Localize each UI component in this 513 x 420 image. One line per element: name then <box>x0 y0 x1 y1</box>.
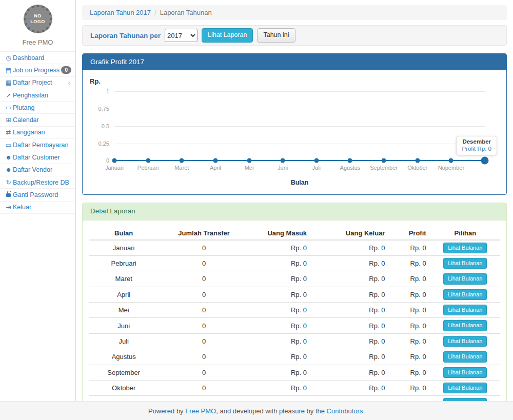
chart-point[interactable] <box>415 158 420 163</box>
cell-jumlah-transfer: 0 <box>159 255 249 271</box>
detail-laporan-panel: Detail Laporan Bulan Jumlah Transfer Uan… <box>82 203 507 401</box>
col-header-uang-keluar: Uang Keluar <box>311 227 389 240</box>
cell-pilihan: Lihat Bulanan <box>430 333 500 349</box>
chart-point[interactable] <box>247 158 251 163</box>
y-tick-label: 0 <box>106 157 109 164</box>
app-logo: NO LOGO <box>24 5 52 33</box>
col-header-jumlah-transfer: Jumlah Transfer <box>159 227 249 240</box>
sidebar-item-daftar-vendor[interactable]: ☻ Daftar Vendor <box>0 164 75 176</box>
lihat-bulanan-button[interactable]: Lihat Bulanan <box>443 367 487 378</box>
logo-text-line1: NO <box>34 13 42 19</box>
lock-icon <box>4 191 13 198</box>
cell-pilihan: Lihat Bulanan <box>430 240 500 256</box>
cell-uang-masuk: Rp. 0 <box>249 240 311 256</box>
table-row: Juli0Rp. 0Rp. 0Rp. 0Lihat Bulanan <box>89 333 500 349</box>
users-icon: ☻ <box>4 154 13 161</box>
gridline: 1 <box>114 91 485 92</box>
breadcrumb-link-laporan-tahun[interactable]: Laporan Tahun 2017 <box>90 9 151 16</box>
cell-pilihan: Lihat Bulanan <box>430 349 500 365</box>
cell-jumlah-transfer: 0 <box>159 303 249 318</box>
chart-point[interactable] <box>314 158 319 163</box>
y-tick-label: 0.5 <box>102 123 109 129</box>
sidebar-item-piutang[interactable]: ▭ Piutang <box>0 102 75 114</box>
sidebar-item-ganti-password[interactable]: Ganti Password <box>0 189 75 201</box>
lihat-bulanan-button[interactable]: Lihat Bulanan <box>443 320 487 331</box>
lihat-bulanan-button[interactable]: Lihat Bulanan <box>443 243 487 253</box>
detail-panel-title: Detail Laporan <box>83 203 506 220</box>
lihat-bulanan-button[interactable]: Lihat Bulanan <box>443 273 487 284</box>
lihat-bulanan-button[interactable]: Lihat Bulanan <box>443 289 487 300</box>
table-icon: ▦ <box>4 79 13 86</box>
gridline: 0.25 <box>114 144 485 144</box>
money-icon: ▭ <box>4 104 13 111</box>
tooltip-title: Desember <box>462 138 491 145</box>
sidebar-item-penghasilan[interactable]: ↗ Penghasilan <box>0 89 75 102</box>
sidebar-item-backup-restore-db[interactable]: ↻ Backup/Restore DB <box>0 176 75 189</box>
lihat-bulanan-button[interactable]: Lihat Bulanan <box>443 383 487 393</box>
cell-profit: Rp. 0 <box>389 381 430 396</box>
breadcrumb-current: Laporan Tahunan <box>160 9 212 16</box>
chart-point[interactable] <box>481 157 489 165</box>
cell-uang-keluar: Rp. 0 <box>311 318 389 333</box>
cell-uang-keluar: Rp. 0 <box>311 396 389 401</box>
cell-uang-masuk: Rp. 0 <box>249 381 311 396</box>
table-row: September0Rp. 0Rp. 0Rp. 0Lihat Bulanan <box>89 365 500 380</box>
cell-profit: Rp. 0 <box>389 287 430 302</box>
sidebar-item-job-on-progress[interactable]: ▤ Job on Progress 0 <box>0 64 75 76</box>
refresh-icon: ↻ <box>4 179 13 186</box>
y-tick-label: 0.75 <box>98 106 109 112</box>
col-header-pilihan: Pilihan <box>430 227 500 240</box>
report-table: Bulan Jumlah Transfer Uang Masuk Uang Ke… <box>89 227 500 402</box>
sidebar-item-daftar-project[interactable]: ▦ Daftar Project ‹ <box>0 77 75 89</box>
lihat-bulanan-button[interactable]: Lihat Bulanan <box>443 258 487 269</box>
cell-profit: Rp. 0 <box>389 303 430 318</box>
cell-pilihan: Lihat Bulanan <box>430 255 500 271</box>
lihat-bulanan-button[interactable]: Lihat Bulanan <box>443 305 487 315</box>
cell-bulan: Pebruari <box>89 255 159 271</box>
cell-uang-masuk: Rp. 0 <box>249 271 311 287</box>
cell-uang-masuk: Rp. 0 <box>249 303 311 318</box>
profit-line-series <box>114 160 485 161</box>
cell-pilihan: Lihat Bulanan <box>430 381 500 396</box>
chart-panel-title: Grafik Profit 2017 <box>83 54 506 70</box>
chart-point[interactable] <box>281 158 285 163</box>
x-tick-label: April <box>210 165 221 171</box>
sidebar-item-keluar[interactable]: ⇥ Keluar <box>0 202 75 214</box>
cell-bulan: Maret <box>89 271 159 287</box>
cell-jumlah-transfer: 0 <box>159 396 249 401</box>
chart-point[interactable] <box>449 158 453 163</box>
sidebar-item-calendar[interactable]: ⊞ Calendar <box>0 114 75 126</box>
chart-point[interactable] <box>382 158 386 163</box>
y-tick-label: 1 <box>106 88 109 94</box>
cell-uang-keluar: Rp. 0 <box>311 287 389 302</box>
cell-uang-masuk: Rp. 0 <box>249 287 311 302</box>
cell-uang-keluar: Rp. 0 <box>311 255 389 271</box>
footer-prefix: Powered by <box>148 407 185 415</box>
x-tick-label: September <box>370 165 398 171</box>
chart-point[interactable] <box>348 158 352 163</box>
x-tick-label: Pebruari <box>137 165 159 171</box>
cell-pilihan: Lihat Bulanan <box>430 365 500 380</box>
x-axis-labels: JanuariPebruariMaretAprilMeiJuniJuliAgus… <box>114 165 485 173</box>
chart-point[interactable] <box>213 158 218 163</box>
chart-x-axis-title: Bulan <box>114 179 485 186</box>
tahun-ini-button[interactable]: Tahun ini <box>257 28 295 43</box>
calendar-icon: ⊞ <box>4 116 13 124</box>
chart-point[interactable] <box>112 158 117 163</box>
table-row: April0Rp. 0Rp. 0Rp. 0Lihat Bulanan <box>89 287 500 302</box>
cell-profit: Rp. 0 <box>389 365 430 380</box>
lihat-laporan-button[interactable]: Lihat Laporan <box>202 28 253 43</box>
chart-point[interactable] <box>180 158 184 163</box>
year-select[interactable]: 2017 <box>165 29 198 42</box>
lihat-bulanan-button[interactable]: Lihat Bulanan <box>443 351 487 362</box>
sidebar-item-langganan[interactable]: ⇄ Langganan <box>0 127 75 139</box>
x-tick-label: Oktober <box>407 165 427 171</box>
chart-point[interactable] <box>146 158 150 163</box>
table-row: Maret0Rp. 0Rp. 0Rp. 0Lihat Bulanan <box>89 271 500 287</box>
sidebar-item-daftar-customer[interactable]: ☻ Daftar Customer <box>0 151 75 164</box>
free-pmo-link[interactable]: Free PMO <box>185 407 216 415</box>
contributors-link[interactable]: Contributors <box>327 407 363 415</box>
sidebar-item-daftar-pembayaran[interactable]: ▭ Daftar Pembayaran <box>0 139 75 151</box>
lihat-bulanan-button[interactable]: Lihat Bulanan <box>443 336 487 347</box>
sidebar-item-dashboard[interactable]: ◷ Dashboard <box>0 52 75 64</box>
